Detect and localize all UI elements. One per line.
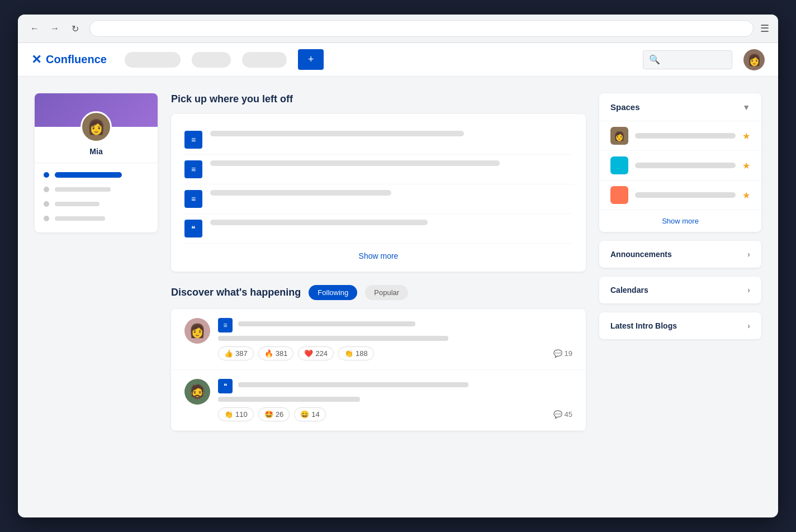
profile-nav-item-1[interactable] — [35, 182, 158, 197]
spaces-widget-header[interactable]: Spaces ▼ — [599, 93, 761, 121]
left-sidebar: 👩 Mia — [35, 93, 158, 444]
activity-content-2: ❝ 👏 110 🤩 26 — [218, 379, 572, 421]
tab-popular[interactable]: Popular — [365, 285, 408, 300]
nav-item-1[interactable] — [125, 52, 181, 68]
heart-emoji: ❤️ — [304, 349, 313, 358]
recent-card: ≡ ≡ ≡ ❝ — [171, 114, 586, 272]
create-button[interactable]: + — [298, 49, 324, 70]
space-item-3[interactable]: ★ — [599, 180, 761, 210]
feed-item-3[interactable]: ≡ — [184, 184, 572, 214]
main-content: 👩 Mia — [18, 77, 778, 461]
spaces-show-more[interactable]: Show more — [599, 210, 761, 232]
comment-badge-2[interactable]: 💬 45 — [553, 410, 572, 419]
doc-icon-3: ≡ — [184, 190, 202, 208]
feed-item-1[interactable]: ≡ — [184, 125, 572, 155]
feed-text-2 — [210, 160, 572, 169]
global-search[interactable]: 🔍 — [643, 50, 732, 69]
profile-nav-item-3[interactable] — [35, 211, 158, 226]
announcements-chevron-icon: › — [747, 250, 750, 259]
latest-intro-blogs-header[interactable]: Latest Intro Blogs › — [599, 312, 761, 339]
logo-text: Confluence — [46, 53, 107, 66]
profile-card: 👩 Mia — [35, 93, 158, 232]
feed-item-4[interactable]: ❝ — [184, 214, 572, 244]
address-bar[interactable] — [89, 20, 754, 37]
latest-intro-blogs-chevron-icon: › — [747, 321, 750, 330]
announcements-header[interactable]: Announcements › — [599, 241, 761, 268]
activity-item-1: 👩 ≡ 👍 387 — [171, 309, 586, 370]
starstruck-emoji: 🤩 — [264, 410, 273, 419]
feed-text-3 — [210, 190, 572, 199]
reaction-starstruck[interactable]: 🤩 26 — [258, 407, 290, 421]
forward-button[interactable]: → — [47, 21, 63, 36]
latest-intro-blogs-title: Latest Intro Blogs — [610, 321, 677, 330]
heart-count: 224 — [315, 349, 328, 358]
activity-avatar-1[interactable]: 👩 — [184, 318, 210, 344]
activity-doc-icon-1: ≡ — [218, 318, 233, 332]
reaction-row-1: 👍 387 🔥 381 ❤️ 224 — [218, 346, 572, 360]
reaction-grin[interactable]: 😄 14 — [294, 407, 325, 421]
activity-icon-row-2: ❝ — [218, 379, 572, 393]
activity-desc-2 — [218, 397, 360, 402]
clap2-count: 110 — [235, 410, 248, 419]
discover-title: Discover what's happening — [171, 287, 301, 298]
star-icon-2[interactable]: ★ — [742, 160, 750, 171]
reaction-clap2[interactable]: 👏 110 — [218, 407, 254, 421]
reaction-thumbsup[interactable]: 👍 387 — [218, 346, 254, 360]
activity-avatar-emoji-1: 👩 — [189, 323, 206, 339]
user-avatar[interactable]: 👩 — [743, 49, 765, 70]
grin-count: 14 — [311, 410, 319, 419]
fire-count: 381 — [276, 349, 288, 358]
activity-avatar-2[interactable]: 🧔 — [184, 379, 210, 405]
star-icon-3[interactable]: ★ — [742, 190, 750, 201]
space-name-3 — [635, 192, 736, 198]
browser-window: ← → ↻ ☰ ✕ Confluence + 🔍 👩 — [18, 15, 778, 517]
nav-item-2[interactable] — [192, 52, 231, 68]
space-item-2[interactable]: ★ — [599, 150, 761, 180]
feed-text-4 — [210, 220, 572, 229]
activity-title-1 — [238, 321, 415, 326]
profile-avatar[interactable]: 👩 — [80, 111, 112, 142]
quote-icon: ❝ — [184, 220, 202, 238]
spaces-title: Spaces — [610, 102, 640, 112]
inactive-dot-2 — [44, 201, 49, 207]
recent-section-title: Pick up where you left off — [171, 93, 586, 105]
latest-intro-blogs-widget: Latest Intro Blogs › — [599, 312, 761, 339]
clap-count: 188 — [356, 349, 368, 358]
nav-bar-2 — [55, 202, 100, 206]
browser-chrome: ← → ↻ ☰ — [18, 15, 778, 43]
reaction-fire[interactable]: 🔥 381 — [258, 346, 294, 360]
back-button[interactable]: ← — [27, 21, 42, 36]
clap-emoji: 👏 — [344, 349, 353, 358]
calendars-header[interactable]: Calendars › — [599, 277, 761, 303]
reaction-clap[interactable]: 👏 188 — [338, 346, 374, 360]
activity-quote-icon: ❝ — [218, 379, 233, 393]
profile-avatar-wrap: 👩 — [35, 111, 158, 142]
activity-content-1: ≡ 👍 387 🔥 381 — [218, 318, 572, 360]
tab-following[interactable]: Following — [309, 285, 357, 300]
doc-icon-2: ≡ — [184, 160, 202, 178]
activity-avatar-emoji-2: 🧔 — [189, 384, 206, 400]
nav-item-3[interactable] — [242, 52, 287, 68]
space-item-1[interactable]: 👩 ★ — [599, 121, 761, 150]
logo-icon: ✕ — [31, 53, 41, 67]
profile-avatar-emoji: 👩 — [87, 118, 105, 136]
comment-count-1: 19 — [565, 349, 572, 358]
browser-menu-icon[interactable]: ☰ — [760, 22, 769, 35]
text-line — [210, 160, 500, 166]
reaction-heart[interactable]: ❤️ 224 — [298, 346, 334, 360]
feed-item-2[interactable]: ≡ — [184, 155, 572, 184]
recent-show-more[interactable]: Show more — [184, 251, 572, 260]
confluence-logo[interactable]: ✕ Confluence — [31, 53, 107, 67]
star-icon-1[interactable]: ★ — [742, 131, 750, 141]
profile-nav-item-active[interactable] — [35, 168, 158, 182]
profile-nav-item-2[interactable] — [35, 197, 158, 211]
refresh-button[interactable]: ↻ — [67, 21, 83, 36]
comment-badge-1[interactable]: 💬 19 — [553, 349, 572, 358]
space-name-1 — [635, 133, 736, 139]
calendars-title: Calendars — [610, 286, 648, 294]
active-dot — [44, 172, 49, 178]
text-line — [210, 220, 428, 225]
comment-icon-1: 💬 — [553, 349, 562, 358]
thumbsup-count: 387 — [235, 349, 248, 358]
active-nav-bar — [55, 172, 122, 178]
